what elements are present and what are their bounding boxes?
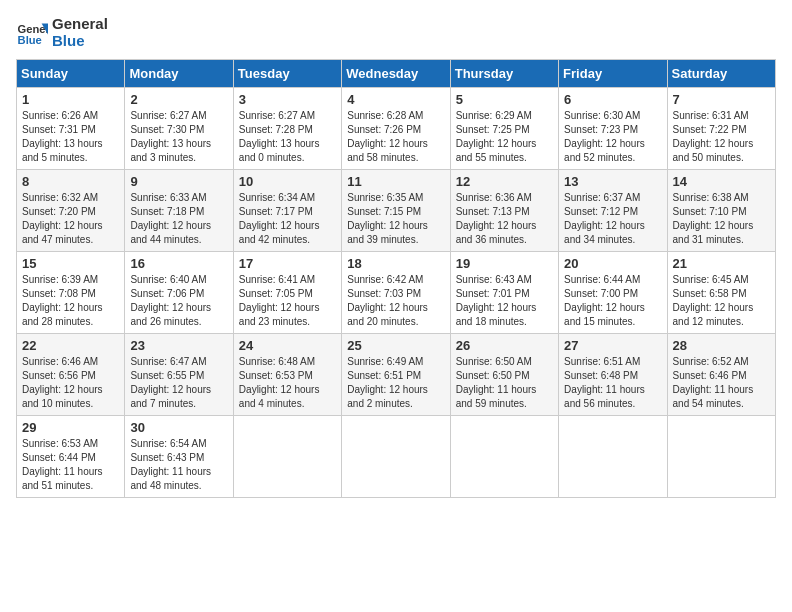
cell-info: Sunset: 6:48 PM — [564, 369, 661, 383]
cell-info: Sunset: 6:50 PM — [456, 369, 553, 383]
cell-info: Daylight: 12 hours and 2 minutes. — [347, 383, 444, 411]
day-number: 2 — [130, 92, 227, 107]
day-number: 25 — [347, 338, 444, 353]
calendar-cell: 17Sunrise: 6:41 AMSunset: 7:05 PMDayligh… — [233, 252, 341, 334]
cell-info: Sunset: 7:28 PM — [239, 123, 336, 137]
cell-info: Daylight: 12 hours and 18 minutes. — [456, 301, 553, 329]
day-number: 18 — [347, 256, 444, 271]
cell-info: Sunrise: 6:50 AM — [456, 355, 553, 369]
cell-info: Sunset: 7:13 PM — [456, 205, 553, 219]
day-number: 1 — [22, 92, 119, 107]
day-number: 7 — [673, 92, 770, 107]
calendar-cell: 1Sunrise: 6:26 AMSunset: 7:31 PMDaylight… — [17, 88, 125, 170]
day-number: 12 — [456, 174, 553, 189]
logo-icon: General Blue — [16, 17, 48, 49]
day-number: 5 — [456, 92, 553, 107]
cell-info: Sunrise: 6:33 AM — [130, 191, 227, 205]
cell-info: Daylight: 12 hours and 20 minutes. — [347, 301, 444, 329]
cell-info: Sunset: 7:05 PM — [239, 287, 336, 301]
day-number: 4 — [347, 92, 444, 107]
cell-info: Daylight: 12 hours and 55 minutes. — [456, 137, 553, 165]
calendar-cell: 14Sunrise: 6:38 AMSunset: 7:10 PMDayligh… — [667, 170, 775, 252]
cell-info: Sunrise: 6:30 AM — [564, 109, 661, 123]
calendar-cell: 11Sunrise: 6:35 AMSunset: 7:15 PMDayligh… — [342, 170, 450, 252]
cell-info: Sunrise: 6:27 AM — [130, 109, 227, 123]
day-number: 9 — [130, 174, 227, 189]
cell-info: Sunrise: 6:47 AM — [130, 355, 227, 369]
calendar-cell: 19Sunrise: 6:43 AMSunset: 7:01 PMDayligh… — [450, 252, 558, 334]
calendar-cell: 20Sunrise: 6:44 AMSunset: 7:00 PMDayligh… — [559, 252, 667, 334]
cell-info: Sunset: 6:53 PM — [239, 369, 336, 383]
cell-info: Sunset: 7:00 PM — [564, 287, 661, 301]
header-saturday: Saturday — [667, 60, 775, 88]
day-number: 30 — [130, 420, 227, 435]
day-number: 16 — [130, 256, 227, 271]
day-number: 24 — [239, 338, 336, 353]
cell-info: Daylight: 11 hours and 59 minutes. — [456, 383, 553, 411]
calendar-cell: 9Sunrise: 6:33 AMSunset: 7:18 PMDaylight… — [125, 170, 233, 252]
svg-text:Blue: Blue — [18, 34, 42, 46]
cell-info: Sunrise: 6:41 AM — [239, 273, 336, 287]
logo-blue: Blue — [52, 33, 108, 50]
calendar-week-row: 8Sunrise: 6:32 AMSunset: 7:20 PMDaylight… — [17, 170, 776, 252]
cell-info: Sunset: 7:12 PM — [564, 205, 661, 219]
cell-info: Sunset: 7:15 PM — [347, 205, 444, 219]
cell-info: Sunrise: 6:36 AM — [456, 191, 553, 205]
cell-info: Sunrise: 6:49 AM — [347, 355, 444, 369]
calendar-cell: 25Sunrise: 6:49 AMSunset: 6:51 PMDayligh… — [342, 334, 450, 416]
calendar-cell: 5Sunrise: 6:29 AMSunset: 7:25 PMDaylight… — [450, 88, 558, 170]
day-number: 26 — [456, 338, 553, 353]
cell-info: Sunset: 7:22 PM — [673, 123, 770, 137]
day-number: 23 — [130, 338, 227, 353]
cell-info: Sunset: 7:17 PM — [239, 205, 336, 219]
day-number: 19 — [456, 256, 553, 271]
cell-info: Sunrise: 6:37 AM — [564, 191, 661, 205]
cell-info: Sunset: 6:55 PM — [130, 369, 227, 383]
cell-info: Sunrise: 6:51 AM — [564, 355, 661, 369]
cell-info: Daylight: 12 hours and 15 minutes. — [564, 301, 661, 329]
cell-info: Sunrise: 6:40 AM — [130, 273, 227, 287]
cell-info: Daylight: 12 hours and 10 minutes. — [22, 383, 119, 411]
cell-info: Daylight: 12 hours and 7 minutes. — [130, 383, 227, 411]
day-number: 20 — [564, 256, 661, 271]
calendar-week-row: 1Sunrise: 6:26 AMSunset: 7:31 PMDaylight… — [17, 88, 776, 170]
cell-info: Daylight: 11 hours and 56 minutes. — [564, 383, 661, 411]
cell-info: Sunrise: 6:29 AM — [456, 109, 553, 123]
calendar-cell: 7Sunrise: 6:31 AMSunset: 7:22 PMDaylight… — [667, 88, 775, 170]
day-number: 27 — [564, 338, 661, 353]
cell-info: Sunset: 7:10 PM — [673, 205, 770, 219]
cell-info: Daylight: 12 hours and 39 minutes. — [347, 219, 444, 247]
cell-info: Daylight: 11 hours and 48 minutes. — [130, 465, 227, 493]
calendar-cell: 26Sunrise: 6:50 AMSunset: 6:50 PMDayligh… — [450, 334, 558, 416]
cell-info: Sunrise: 6:35 AM — [347, 191, 444, 205]
cell-info: Sunset: 7:25 PM — [456, 123, 553, 137]
cell-info: Daylight: 12 hours and 50 minutes. — [673, 137, 770, 165]
calendar-cell — [450, 416, 558, 498]
cell-info: Sunset: 7:31 PM — [22, 123, 119, 137]
cell-info: Sunset: 7:01 PM — [456, 287, 553, 301]
day-number: 6 — [564, 92, 661, 107]
cell-info: Sunset: 7:26 PM — [347, 123, 444, 137]
cell-info: Daylight: 11 hours and 51 minutes. — [22, 465, 119, 493]
header-sunday: Sunday — [17, 60, 125, 88]
header-thursday: Thursday — [450, 60, 558, 88]
calendar-cell: 21Sunrise: 6:45 AMSunset: 6:58 PMDayligh… — [667, 252, 775, 334]
cell-info: Daylight: 12 hours and 28 minutes. — [22, 301, 119, 329]
cell-info: Daylight: 13 hours and 5 minutes. — [22, 137, 119, 165]
cell-info: Sunrise: 6:46 AM — [22, 355, 119, 369]
calendar-cell: 30Sunrise: 6:54 AMSunset: 6:43 PMDayligh… — [125, 416, 233, 498]
cell-info: Sunrise: 6:43 AM — [456, 273, 553, 287]
calendar-cell: 18Sunrise: 6:42 AMSunset: 7:03 PMDayligh… — [342, 252, 450, 334]
calendar-cell: 23Sunrise: 6:47 AMSunset: 6:55 PMDayligh… — [125, 334, 233, 416]
cell-info: Daylight: 12 hours and 12 minutes. — [673, 301, 770, 329]
cell-info: Daylight: 12 hours and 47 minutes. — [22, 219, 119, 247]
calendar-cell: 16Sunrise: 6:40 AMSunset: 7:06 PMDayligh… — [125, 252, 233, 334]
day-number: 13 — [564, 174, 661, 189]
cell-info: Sunrise: 6:42 AM — [347, 273, 444, 287]
calendar-header-row: SundayMondayTuesdayWednesdayThursdayFrid… — [17, 60, 776, 88]
calendar-week-row: 29Sunrise: 6:53 AMSunset: 6:44 PMDayligh… — [17, 416, 776, 498]
cell-info: Sunset: 7:06 PM — [130, 287, 227, 301]
cell-info: Sunrise: 6:52 AM — [673, 355, 770, 369]
cell-info: Daylight: 12 hours and 31 minutes. — [673, 219, 770, 247]
cell-info: Sunset: 6:43 PM — [130, 451, 227, 465]
